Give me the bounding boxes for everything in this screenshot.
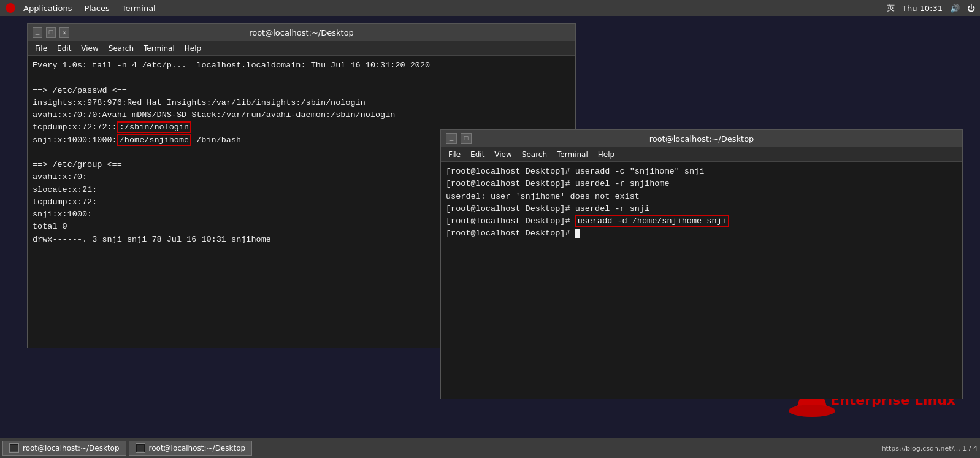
- power-icon[interactable]: ⏻: [967, 4, 975, 13]
- terminal-2-titlebar: _ □ root@localhost:~/Desktop: [441, 130, 962, 147]
- taskbar: root@localhost:~/Desktop root@localhost:…: [0, 438, 980, 458]
- status-url: https://blog.csdn.net/...: [882, 445, 960, 452]
- minimize-button-2[interactable]: _: [446, 133, 457, 144]
- terminal-2-title: root@localhost:~/Desktop: [483, 134, 921, 143]
- close-button-1[interactable]: ✕: [59, 27, 69, 38]
- terminal-2-terminal[interactable]: Terminal: [552, 149, 593, 160]
- terminal-window-2: _ □ root@localhost:~/Desktop File Edit V…: [440, 129, 963, 399]
- highlight-home: /home/snjihome: [117, 134, 191, 146]
- terminal-2-search[interactable]: Search: [517, 149, 552, 160]
- taskbar-icon-2: [136, 443, 145, 453]
- terminal-1-title: root@localhost:~/Desktop: [69, 28, 534, 37]
- terminal-line: [root@localhost Desktop]# userdel -r snj…: [446, 178, 957, 190]
- top-menubar: Applications Places Terminal 英 Thu 10:31…: [0, 0, 980, 16]
- svg-point-2: [789, 405, 835, 417]
- taskbar-right: https://blog.csdn.net/... 1 / 4: [882, 445, 978, 452]
- terminal-line: [root@localhost Desktop]# useradd -c "sn…: [446, 166, 957, 178]
- terminal-line: insights:x:978:976:Red Hat Insights:/var…: [33, 97, 570, 109]
- svg-rect-7: [137, 445, 144, 451]
- terminal-1-search[interactable]: Search: [104, 43, 139, 54]
- taskbar-item-1[interactable]: root@localhost:~/Desktop: [2, 441, 126, 456]
- terminal-1-menubar: File Edit View Search Terminal Help: [28, 41, 575, 56]
- taskbar-icon-1: [9, 443, 19, 453]
- terminal-1-terminal[interactable]: Terminal: [139, 43, 180, 54]
- taskbar-label-2: root@localhost:~/Desktop: [149, 444, 246, 452]
- terminal-1-help[interactable]: Help: [180, 43, 206, 54]
- terminal-2-edit[interactable]: Edit: [465, 149, 489, 160]
- language-indicator: 英: [887, 2, 895, 13]
- svg-rect-5: [10, 451, 18, 452]
- terminal-line: avahi:x:70:70:Avahi mDNS/DNS-SD Stack:/v…: [33, 109, 570, 121]
- desktop: _ □ ✕ root@localhost:~/Desktop File Edit…: [0, 16, 980, 438]
- maximize-button-1[interactable]: □: [46, 27, 56, 38]
- terminal-line: Every 1.0s: tail -n 4 /etc/p... localhos…: [33, 59, 570, 72]
- volume-icon[interactable]: 🔊: [950, 4, 960, 13]
- terminal-2-menubar: File Edit View Search Terminal Help: [441, 147, 962, 162]
- terminal-line: userdel: user 'snjihome' does not exist: [446, 191, 957, 203]
- places-menu[interactable]: Places: [79, 2, 114, 14]
- datetime-display: Thu 10:31: [902, 4, 943, 13]
- terminal-1-edit[interactable]: Edit: [52, 43, 76, 54]
- terminal-line: ==> /etc/passwd <==: [33, 85, 570, 97]
- redhat-icon: [5, 2, 16, 13]
- terminal-2-body[interactable]: [root@localhost Desktop]# useradd -c "sn…: [441, 162, 962, 399]
- terminal-2-file[interactable]: File: [443, 149, 465, 160]
- terminal-line: [root@localhost Desktop]#: [446, 227, 957, 240]
- maximize-button-2[interactable]: □: [461, 133, 472, 144]
- terminal-line: [root@localhost Desktop]# useradd -d /ho…: [446, 215, 957, 227]
- svg-rect-8: [137, 451, 144, 452]
- terminal-line: [root@localhost Desktop]# userdel -r snj…: [446, 203, 957, 215]
- terminal-1-view[interactable]: View: [76, 43, 103, 54]
- terminal-2-help[interactable]: Help: [593, 149, 619, 160]
- terminal-line: [33, 72, 570, 84]
- highlight-useradd: useradd -d /home/snjihome snji: [575, 215, 729, 227]
- terminal-2-view[interactable]: View: [489, 149, 516, 160]
- cursor: [575, 229, 580, 238]
- page-indicator: 1 / 4: [962, 445, 978, 452]
- applications-menu[interactable]: Applications: [18, 2, 77, 14]
- terminal-1-file[interactable]: File: [30, 43, 52, 54]
- minimize-button-1[interactable]: _: [33, 27, 42, 38]
- top-menubar-left: Applications Places Terminal: [5, 2, 161, 14]
- top-menubar-right: 英 Thu 10:31 🔊 ⏻: [887, 2, 975, 13]
- taskbar-item-2[interactable]: root@localhost:~/Desktop: [129, 441, 253, 456]
- terminal-1-titlebar: _ □ ✕ root@localhost:~/Desktop: [28, 24, 575, 41]
- highlight-nologin: :/sbin/nologin: [117, 121, 191, 133]
- taskbar-label-1: root@localhost:~/Desktop: [23, 444, 120, 452]
- svg-rect-4: [10, 445, 18, 451]
- terminal-menu[interactable]: Terminal: [117, 2, 161, 14]
